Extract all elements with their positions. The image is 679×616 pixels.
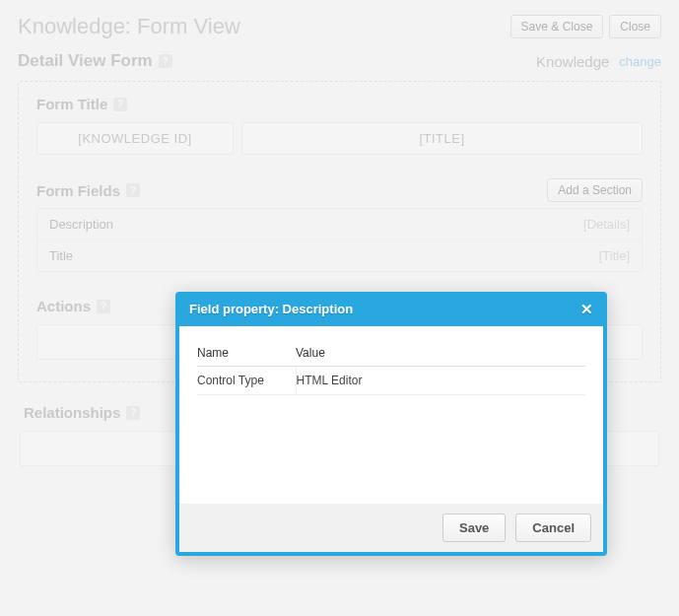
form-fields-table: Description [Details] Title [Title] <box>36 208 643 272</box>
close-button[interactable]: Close <box>609 15 661 38</box>
table-row[interactable]: Control Type HTML Editor <box>197 367 585 395</box>
form-title-heading: Form Title <box>36 96 107 112</box>
column-header-name: Name <box>197 340 296 367</box>
entity-kind-label: Knowledge <box>536 53 609 70</box>
field-property-modal: Field property: Description ✕ Name Value… <box>175 292 607 556</box>
property-table: Name Value Control Type HTML Editor <box>197 340 585 395</box>
field-row[interactable]: Description [Details] <box>37 209 642 240</box>
change-link[interactable]: change <box>619 54 661 69</box>
help-icon[interactable]: ? <box>159 54 172 68</box>
help-icon[interactable]: ? <box>126 406 140 420</box>
help-icon[interactable]: ? <box>113 98 127 111</box>
column-header-value: Value <box>296 340 585 367</box>
detail-view-form-heading: Detail View Form <box>18 51 153 71</box>
close-icon[interactable]: ✕ <box>580 302 593 316</box>
help-icon[interactable]: ? <box>97 300 110 313</box>
property-name: Control Type <box>197 367 296 395</box>
property-value: HTML Editor <box>296 367 585 395</box>
field-meta: [Title] <box>599 248 630 263</box>
field-meta: [Details] <box>583 217 630 232</box>
save-button[interactable]: Save <box>442 513 506 542</box>
field-row[interactable]: Title [Title] <box>37 240 642 271</box>
actions-heading: Actions <box>36 298 91 314</box>
title-chip-id[interactable]: [KNOWLEDGE ID] <box>36 122 234 155</box>
title-chip-title[interactable]: [TITLE] <box>241 122 643 155</box>
form-fields-heading: Form Fields <box>36 182 120 199</box>
cancel-button[interactable]: Cancel <box>515 513 591 542</box>
help-icon[interactable]: ? <box>126 183 140 197</box>
page-title: Knowledge: Form View <box>18 14 240 39</box>
add-a-section-button[interactable]: Add a Section <box>547 178 643 202</box>
field-label: Description <box>49 217 113 232</box>
field-label: Title <box>49 248 73 263</box>
relationships-heading: Relationships <box>24 404 120 421</box>
modal-title: Field property: Description <box>189 302 353 316</box>
save-and-close-button[interactable]: Save & Close <box>510 15 604 38</box>
